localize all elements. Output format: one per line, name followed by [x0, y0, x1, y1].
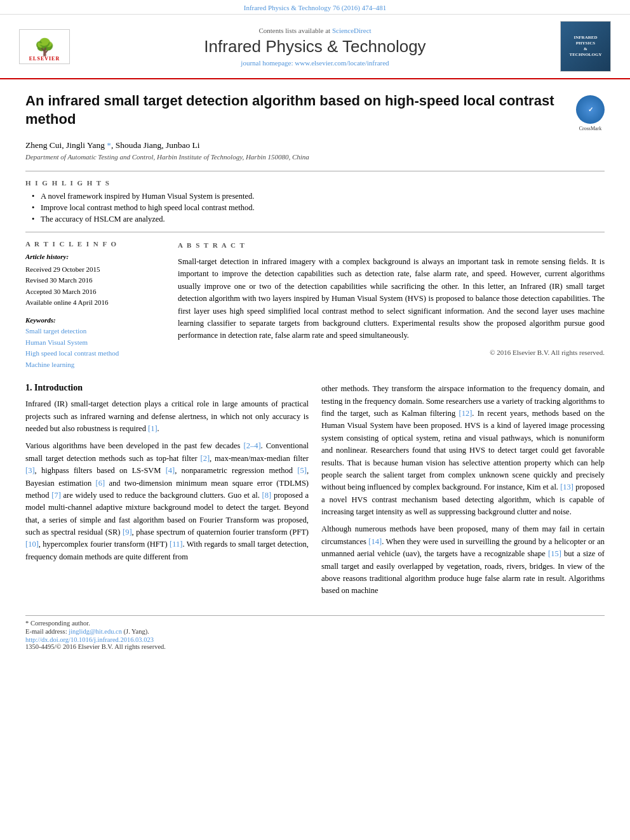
article-info-section: A R T I C L E I N F O Article history: R…: [25, 240, 165, 309]
ref-15[interactable]: [15]: [548, 549, 561, 558]
ref-2[interactable]: [2]: [201, 454, 210, 463]
keyword-4[interactable]: Machine learning: [25, 359, 165, 371]
affiliation: Department of Automatic Testing and Cont…: [25, 153, 605, 161]
abstract-column: A B S T R A C T Small-target detection i…: [178, 240, 605, 370]
keyword-1[interactable]: Small target detection: [25, 326, 165, 337]
ref-8[interactable]: [8]: [262, 491, 272, 500]
highlights-section: H I G H L I G H T S A novel framework in…: [25, 179, 605, 224]
highlight-item-3: The accuracy of HSLCM are analyzed.: [32, 215, 605, 224]
info-abstract-columns: A R T I C L E I N F O Article history: R…: [25, 240, 605, 370]
body-left-column: 1. Introduction Infrared (IR) small-targ…: [25, 383, 309, 602]
footer-section: * Corresponding author. E-mail address: …: [25, 615, 605, 650]
author-names: Zheng Cui, Jingli Yang *, Shouda Jiang, …: [25, 140, 200, 150]
elsevier-logo-section: 🌳 ELSEVIER: [19, 29, 70, 64]
highlight-item-2: Improve local contrast method to high sp…: [32, 203, 605, 213]
article-history: Article history: Received 29 October 201…: [25, 251, 165, 309]
article-info-column: A R T I C L E I N F O Article history: R…: [25, 240, 165, 370]
elsevier-name: ELSEVIER: [29, 56, 60, 62]
ref-4[interactable]: [4]: [166, 466, 175, 475]
email-suffix: (J. Yang).: [124, 628, 149, 635]
email-note: E-mail address: jinglidg@hit.edu.cn (J. …: [25, 628, 605, 635]
copyright-line: © 2016 Elsevier B.V. All rights reserved…: [178, 347, 605, 358]
ref-5[interactable]: [5]: [297, 466, 307, 475]
doi-line: http://dx.doi.org/10.1016/j.infrared.201…: [25, 636, 605, 643]
ref-2-4[interactable]: [2–4]: [243, 441, 260, 450]
sciencedirect-link[interactable]: ScienceDirect: [332, 27, 372, 34]
sciencedirect-label: Contents lists available at ScienceDirec…: [83, 27, 547, 34]
ref-14[interactable]: [14]: [368, 537, 382, 546]
intro-para-2: Various algorithms have been developed i…: [25, 440, 309, 563]
journal-homepage: journal homepage: www.elsevier.com/locat…: [83, 59, 547, 67]
ref-6[interactable]: [6]: [96, 479, 105, 488]
revised-date: Revised 30 March 2016: [25, 275, 165, 286]
abstract-section: A B S T R A C T Small-target detection i…: [178, 240, 605, 358]
corresponding-note: * Corresponding author.: [25, 620, 605, 627]
ref-12[interactable]: [12]: [459, 409, 472, 418]
journal-reference-bar: Infrared Physics & Technology 76 (2016) …: [0, 0, 630, 15]
ref-13[interactable]: [13]: [560, 483, 573, 491]
article-title-section: An infrared small target detection algor…: [25, 92, 605, 131]
history-heading: Article history:: [25, 251, 165, 263]
authors-line: Zheng Cui, Jingli Yang *, Shouda Jiang, …: [25, 140, 605, 150]
section-title: Introduction: [34, 383, 83, 392]
section-number: 1.: [25, 383, 32, 392]
issn-line: 1350-4495/© 2016 Elsevier B.V. All right…: [25, 643, 605, 650]
highlight-item-1: A novel framework inspired by Human Visu…: [32, 192, 605, 201]
tree-icon: 🌳: [34, 39, 55, 56]
highlights-label: H I G H L I G H T S: [25, 179, 605, 187]
ref-7[interactable]: [7]: [51, 491, 61, 500]
journal-cover-image: INFRAREDPHYSICS&TECHNOLOGY: [560, 21, 611, 72]
keyword-2[interactable]: Human Visual System: [25, 337, 165, 349]
ref-11[interactable]: [11]: [170, 540, 182, 549]
cover-text: INFRAREDPHYSICS&TECHNOLOGY: [568, 34, 603, 59]
abstract-label: A B S T R A C T: [178, 240, 605, 251]
journal-reference-text: Infrared Physics & Technology 76 (2016) …: [244, 4, 387, 11]
email-label: E-mail address:: [25, 628, 67, 635]
available-date: Available online 4 April 2016: [25, 297, 165, 309]
elsevier-logo: 🌳 ELSEVIER: [19, 29, 70, 64]
crossmark-icon: ✓: [588, 106, 593, 113]
main-content: An infrared small target detection algor…: [0, 79, 630, 663]
crossmark-section: ✓ CrossMark: [576, 92, 605, 131]
corresponding-text: * Corresponding author.: [25, 620, 90, 627]
crossmark-badge[interactable]: ✓: [576, 95, 605, 124]
ref-3[interactable]: [3]: [25, 466, 35, 475]
abstract-text: Small-target detection in infrared image…: [178, 256, 605, 342]
divider-2: [25, 232, 605, 232]
keywords-section: Keywords: Small target detection Human V…: [25, 316, 165, 370]
article-body: 1. Introduction Infrared (IR) small-targ…: [25, 383, 605, 602]
doi-link[interactable]: http://dx.doi.org/10.1016/j.infrared.201…: [25, 636, 154, 643]
divider-1: [25, 171, 605, 171]
article-title: An infrared small target detection algor…: [25, 92, 576, 128]
intro-heading: 1. Introduction: [25, 383, 309, 393]
ref-1[interactable]: [1]: [148, 424, 158, 433]
journal-title: Infrared Physics & Technology: [83, 37, 547, 57]
corresponding-marker: *: [105, 140, 111, 150]
email-link[interactable]: jinglidg@hit.edu.cn: [69, 628, 122, 635]
journal-header: 🌳 ELSEVIER Contents lists available at S…: [0, 15, 630, 79]
article-info-label: A R T I C L E I N F O: [25, 240, 165, 248]
homepage-link[interactable]: journal homepage: www.elsevier.com/locat…: [241, 59, 389, 67]
journal-title-section: Contents lists available at ScienceDirec…: [70, 27, 560, 67]
keywords-heading: Keywords:: [25, 316, 165, 324]
highlights-list: A novel framework inspired by Human Visu…: [25, 192, 605, 224]
crossmark-label: CrossMark: [579, 126, 602, 131]
body-right-column: other methods. They transform the airspa…: [321, 383, 605, 602]
intro-para-3: other methods. They transform the airspa…: [321, 383, 605, 518]
ref-9[interactable]: [9]: [123, 528, 132, 537]
ref-10[interactable]: [10]: [25, 540, 39, 549]
accepted-date: Accepted 30 March 2016: [25, 286, 165, 298]
intro-para-1: Infrared (IR) small-target detection pla…: [25, 398, 309, 435]
intro-para-4: Although numerous methods have been prop…: [321, 523, 605, 597]
received-date: Received 29 October 2015: [25, 264, 165, 276]
keyword-3[interactable]: High speed local contrast method: [25, 348, 165, 359]
